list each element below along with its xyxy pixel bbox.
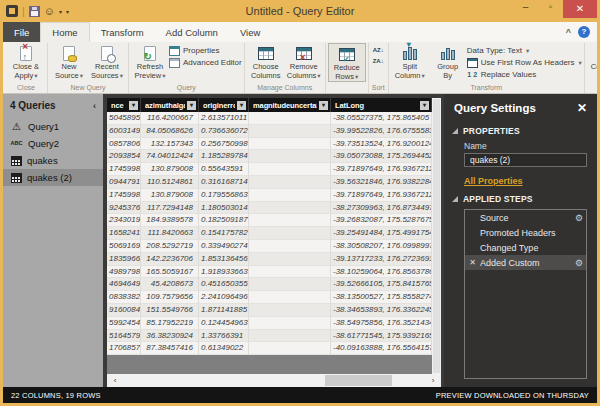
choose-columns-button[interactable]: Choose Columns xyxy=(247,43,285,80)
table-cell[interactable]: 0.182509187 xyxy=(199,214,249,227)
table-cell[interactable]: 45.4208673 xyxy=(141,278,199,291)
table-cell[interactable] xyxy=(249,330,331,343)
table-cell[interactable]: 9245376 xyxy=(107,202,141,215)
table-cell[interactable] xyxy=(249,227,331,240)
table-cell[interactable]: 4989798 xyxy=(107,266,141,279)
maximize-button[interactable]: ▫ xyxy=(538,0,563,15)
all-properties-link[interactable]: All Properties xyxy=(444,167,597,186)
table-cell[interactable]: 1.853136456 xyxy=(199,253,249,266)
horizontal-scrollbar[interactable]: ‹ › xyxy=(107,374,441,387)
table-cell[interactable]: 5045895 xyxy=(107,112,141,125)
table-cell[interactable]: 2.613571011 xyxy=(199,112,249,125)
table-row[interactable]: 5045895116.42006672.613571011-38.0552737… xyxy=(107,112,432,125)
table-row[interactable]: 170685787.384574160.61349022-40.09163888… xyxy=(107,342,432,355)
filter-dropdown-icon[interactable]: ▾ xyxy=(420,101,429,110)
applied-step-changed-type[interactable]: ✕Changed Type xyxy=(465,240,586,255)
table-cell[interactable]: 165.5059167 xyxy=(141,266,199,279)
properties-section-header[interactable]: PROPERTIES xyxy=(444,126,597,136)
table-cell[interactable]: 184.9389578 xyxy=(141,214,199,227)
table-cell[interactable]: 1835966 xyxy=(107,253,141,266)
save-icon[interactable] xyxy=(29,6,40,17)
help-icon[interactable]: ? xyxy=(578,26,590,38)
table-cell[interactable]: 117.7294148 xyxy=(141,202,199,215)
table-cell[interactable]: 5992454 xyxy=(107,317,141,330)
table-cell[interactable]: 110.5124861 xyxy=(141,176,199,189)
table-cell[interactable]: -39.13717233, 176.2723691 xyxy=(331,253,432,266)
table-cell[interactable]: 111.8420663 xyxy=(141,227,199,240)
minimize-button[interactable]: – xyxy=(513,0,538,15)
tab-file[interactable]: File xyxy=(3,22,40,42)
table-cell[interactable]: -39.71897649, 176.9367212 xyxy=(331,189,432,202)
feedback-smiley-icon[interactable]: ☺ xyxy=(44,6,55,17)
table-cell[interactable]: 1706857 xyxy=(107,342,141,355)
table-cell[interactable] xyxy=(249,291,331,304)
filter-dropdown-icon[interactable]: ▾ xyxy=(319,101,328,110)
close-button[interactable]: ✕ xyxy=(563,0,597,18)
horizontal-scrollbar-thumb[interactable] xyxy=(325,375,391,386)
reduce-rows-button[interactable]: ✓ Reduce Rows xyxy=(328,43,366,82)
combine-button[interactable]: + Combine xyxy=(587,43,597,80)
table-cell[interactable]: -38.05527375, 175.865405 xyxy=(331,112,432,125)
collapse-sidebar-icon[interactable]: ‹ xyxy=(93,101,96,111)
table-cell[interactable]: 0944791 xyxy=(107,176,141,189)
table-cell[interactable]: 6003149 xyxy=(107,125,141,138)
table-cell[interactable]: 0.256750998 xyxy=(199,138,249,151)
filter-dropdown-icon[interactable]: ▾ xyxy=(237,101,246,110)
table-cell[interactable]: 0.736636072 xyxy=(199,125,249,138)
table-cell[interactable] xyxy=(249,138,331,151)
applied-step-promoted-headers[interactable]: ✕Promoted Headers xyxy=(465,225,586,240)
table-cell[interactable]: -38.54975856, 176.3521434 xyxy=(331,317,432,330)
table-cell[interactable]: 0.451650355 xyxy=(199,278,249,291)
table-cell[interactable] xyxy=(249,266,331,279)
table-cell[interactable]: -38.30508207, 176.0998997 xyxy=(331,240,432,253)
table-cell[interactable]: -38.13500527, 175.8558274 xyxy=(331,291,432,304)
tab-transform[interactable]: Transform xyxy=(90,22,155,42)
table-cell[interactable]: 1658241 xyxy=(107,227,141,240)
table-row[interactable]: 599245485.179522190.124454963-38.5497585… xyxy=(107,317,432,330)
table-cell[interactable]: 85.17952219 xyxy=(141,317,199,330)
table-cell[interactable]: -38.34653893, 176.3362245 xyxy=(331,304,432,317)
table-cell[interactable]: 87.38457416 xyxy=(141,342,199,355)
first-row-headers-button[interactable]: Use First Row As Headers xyxy=(467,57,582,68)
applied-step-added-custom[interactable]: ✕Added Custom⚙ xyxy=(465,255,586,270)
replace-values-button[interactable]: 1 2 Replace Values xyxy=(467,69,582,80)
table-cell[interactable]: 2.241096496 xyxy=(199,291,249,304)
sort-ascending-button[interactable]: AZ↓ xyxy=(371,46,386,54)
table-row[interactable]: 0857806132.1573430.256750998-39.73513524… xyxy=(107,138,432,151)
query-name-input[interactable] xyxy=(464,153,587,167)
table-cell[interactable] xyxy=(249,278,331,291)
column-header-azimuthalgap[interactable]: azimuthalgap▾ xyxy=(141,98,199,112)
table-cell[interactable]: 1.33766391 xyxy=(199,330,249,343)
tab-home[interactable]: Home xyxy=(40,22,89,42)
table-cell[interactable]: -40.09163888, 176.5564157 xyxy=(331,342,432,355)
table-cell[interactable] xyxy=(249,189,331,202)
table-cell[interactable]: 130.879008 xyxy=(141,163,199,176)
table-cell[interactable]: 2093854 xyxy=(107,150,141,163)
sidebar-item-query2[interactable]: ABCQuery2 xyxy=(3,135,103,152)
table-cell[interactable]: 151.5549766 xyxy=(141,304,199,317)
filter-dropdown-icon[interactable]: ▾ xyxy=(129,101,138,110)
table-cell[interactable]: 0.124454963 xyxy=(199,317,249,330)
table-cell[interactable] xyxy=(249,125,331,138)
split-column-button[interactable]: ▾ Split Column xyxy=(391,43,429,80)
table-cell[interactable]: 0.61349022 xyxy=(199,342,249,355)
table-cell[interactable]: -39.73513524, 176.9200124 xyxy=(331,138,432,151)
table-cell[interactable] xyxy=(249,176,331,189)
table-cell[interactable]: -39.05073088, 175.2694452 xyxy=(331,150,432,163)
qat-customize-caret-icon[interactable]: ▾ xyxy=(66,8,69,15)
table-row[interactable]: 2343019184.93895780.182509187-39.2683208… xyxy=(107,214,432,227)
delete-step-icon[interactable]: ✕ xyxy=(465,258,480,267)
table-row[interactable]: 469464945.42086730.451650355-39.52666105… xyxy=(107,278,432,291)
horizontal-scroll-track[interactable] xyxy=(123,374,425,387)
close-and-apply-button[interactable]: × ↑ Close & Apply xyxy=(7,43,45,80)
table-cell[interactable] xyxy=(249,317,331,330)
table-cell[interactable]: 5164579 xyxy=(107,330,141,343)
table-cell[interactable]: 116.4200667 xyxy=(141,112,199,125)
table-cell[interactable]: 74.04012424 xyxy=(141,150,199,163)
table-cell[interactable]: 1745998 xyxy=(107,189,141,202)
table-cell[interactable]: 109.7579656 xyxy=(141,291,199,304)
table-cell[interactable]: -39.56321846, 176.9382284 xyxy=(331,176,432,189)
sort-descending-button[interactable]: ZA↓ xyxy=(371,57,386,65)
table-row[interactable]: 4989798165.50591671.918933663-38.1025906… xyxy=(107,266,432,279)
table-cell[interactable]: -38.61771545, 175.9392165 xyxy=(331,330,432,343)
